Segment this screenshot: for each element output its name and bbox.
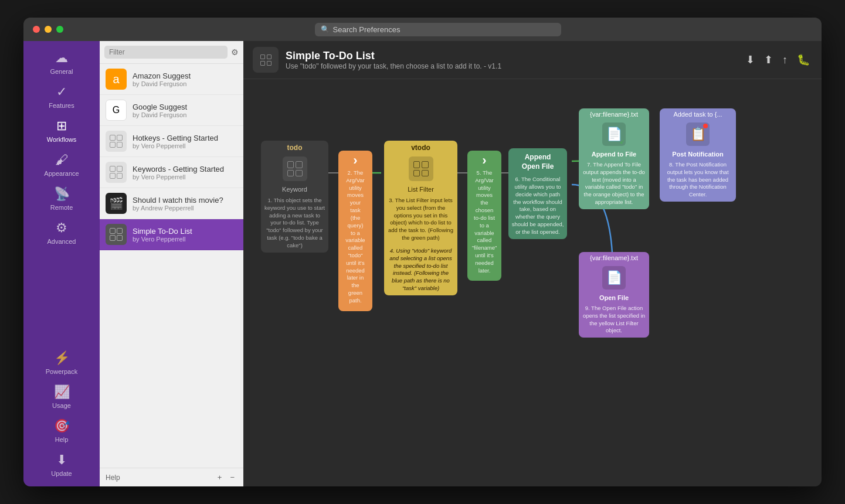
keyword-node-title: todo [285, 141, 305, 153]
argvar1-arrow-icon: › [353, 154, 357, 167]
cloud-icon: ☁ [55, 50, 68, 66]
remote-icon: 📡 [54, 186, 70, 202]
titlebar: 🔍 Search Preferences [23, 18, 822, 41]
sidebar-item-features[interactable]: ✓ Features [23, 80, 100, 114]
movie-icon: 🎬 [106, 193, 127, 214]
openfile-node-icon-wrap: 📄 [599, 263, 629, 293]
sidebar-item-general[interactable]: ☁ General [23, 46, 100, 80]
postnotif-node[interactable]: Added task to {... 📋 Post Notification 8… [660, 108, 736, 202]
debug-button[interactable]: 🐛 [795, 51, 812, 69]
appendfile-node-title: {var:filename}.txt [586, 108, 642, 119]
sidebar-item-usage[interactable]: 📈 Usage [23, 380, 100, 414]
listfilter-node-title: vtodo [409, 141, 433, 153]
grid-icon: ⊞ [56, 118, 67, 134]
workflow-icon [253, 47, 279, 73]
workflow-list-header: ⚙ [100, 41, 243, 64]
appendfile-label: Append to File [589, 149, 639, 159]
chart-icon: 📈 [54, 384, 70, 400]
main-window: 🔍 Search Preferences ☁ General ✓ Feature… [23, 18, 822, 486]
gear-icon[interactable]: ⚙ [231, 47, 239, 57]
sidebar-item-appearance[interactable]: 🖌 Appearance [23, 148, 100, 182]
keyword-node-icon-wrap [279, 153, 311, 185]
appendfile-node-annotation: 7. The Append To File output appends the… [579, 159, 649, 209]
postnotif-node-icon-wrap: 📋 [683, 119, 713, 149]
postnotif-label: Post Notification [670, 149, 725, 159]
sidebar: ☁ General ✓ Features ⊞ Workflows 🖌 Appea… [23, 41, 100, 486]
appendopen-node-title: AppendOpen File [518, 148, 558, 173]
sidebar-item-remote[interactable]: 📡 Remote [23, 182, 100, 216]
postnotif-node-annotation: 8. The Post Notification output lets you… [660, 159, 736, 202]
filter-input[interactable] [104, 46, 228, 59]
workflow-item-info: Hotkeys - Getting Started by Vero Pepper… [133, 134, 237, 149]
sidebar-item-advanced[interactable]: ⚙ Advanced [23, 216, 100, 250]
keyword-node[interactable]: todo Keyword 1. This object sets the key… [261, 141, 328, 253]
appendfile-node[interactable]: {var:filename}.txt 📄 ↙ Append to File 7.… [579, 108, 649, 209]
keyword-node-label: Keyword [280, 185, 310, 195]
paintbrush-icon: 🖌 [55, 152, 68, 168]
keywords-icon [106, 162, 127, 183]
traffic-lights [33, 26, 63, 33]
share-button[interactable]: ↑ [780, 52, 790, 69]
checkmark-icon: ✓ [56, 84, 67, 100]
remove-workflow-button[interactable]: − [227, 472, 237, 483]
import-button[interactable]: ⬇︎ [744, 51, 757, 69]
listfilter-node-annotation: 3. The List Filter input lets you select… [384, 195, 457, 245]
sidebar-item-help[interactable]: 🎯 Help [23, 414, 100, 448]
close-button[interactable] [33, 26, 40, 33]
workflow-canvas[interactable]: todo Keyword 1. This object sets the key… [243, 79, 822, 486]
listfilter-node[interactable]: vtodo List Filter 3. The List Filter inp… [384, 141, 457, 295]
argvar2-node-annotation: 5. The Arg/Var utility moves the chosen … [469, 167, 500, 277]
workflow-item-movie[interactable]: 🎬 Should I watch this movie? by Andrew P… [100, 188, 243, 219]
appendopen-node-annotation: 6. The Conditional utility allows you to… [508, 173, 567, 239]
argvar1-node-annotation: 2. The Arg/Var utility moves your task (… [342, 167, 369, 308]
maximize-button[interactable] [56, 26, 63, 33]
appendopen-node[interactable]: AppendOpen File 6. The Conditional utili… [508, 148, 567, 239]
workflow-item-info: Google Suggest by David Ferguson [133, 103, 237, 118]
workflow-item-hotkeys[interactable]: Hotkeys - Getting Started by Vero Pepper… [100, 126, 243, 157]
search-placeholder[interactable]: Search Preferences [333, 25, 401, 34]
hotkeys-icon [106, 131, 127, 152]
openfile-node-annotation: 9. The Open File action opens the list s… [579, 302, 649, 338]
add-workflow-button[interactable]: + [215, 472, 225, 483]
workflow-title-area: Simple To-Do List Use "todo" followed by… [286, 50, 744, 70]
workflow-item-keywords[interactable]: Keywords - Getting Started by Vero Peppe… [100, 157, 243, 188]
keyword-node-annotation: 1. This object sets the keyword you use … [261, 195, 328, 253]
workflow-item-info: Amazon Suggest by David Ferguson [133, 71, 237, 87]
workflow-list-items: a Amazon Suggest by David Ferguson G Goo… [100, 64, 243, 468]
search-wrap: 🔍 Search Preferences [315, 23, 561, 36]
sidebar-item-workflows[interactable]: ⊞ Workflows [23, 114, 100, 148]
search-bar: 🔍 Search Preferences [63, 23, 812, 36]
sliders-icon: ⚙ [56, 220, 67, 236]
appendfile-node-icon-wrap: 📄 ↙ [599, 119, 629, 149]
workflow-list-footer: Help + − [100, 468, 243, 486]
main-content: ☁ General ✓ Features ⊞ Workflows 🖌 Appea… [23, 41, 822, 486]
download-icon: ⬇ [56, 452, 67, 468]
argvar2-node[interactable]: › 5. The Arg/Var utility moves the chose… [467, 151, 501, 281]
listfilter-node-label: List Filter [405, 185, 436, 195]
workflow-item-todo[interactable]: Simple To-Do List by Vero Pepperrell [100, 219, 243, 250]
export-button[interactable]: ⬆︎ [762, 51, 775, 69]
openfile-node-title: {var:filename}.txt [586, 252, 642, 263]
argvar2-arrow-icon: › [482, 154, 486, 167]
openfile-label: Open File [597, 293, 631, 302]
workflow-actions: ⬇︎ ⬆︎ ↑ 🐛 [744, 51, 812, 69]
search-icon: 🔍 [321, 25, 330, 33]
bolt-icon: ⚡ [54, 350, 70, 366]
help-icon: 🎯 [54, 418, 70, 434]
openfile-node[interactable]: {var:filename}.txt 📄 Open File 9. The Op… [579, 252, 649, 338]
workflow-item-google[interactable]: G Google Suggest by David Ferguson [100, 95, 243, 126]
minimize-button[interactable] [45, 26, 52, 33]
argvar1-node[interactable]: › 2. The Arg/Var utility moves your task… [338, 151, 372, 311]
workflow-item-info: Simple To-Do List by Vero Pepperrell [133, 227, 237, 243]
sidebar-item-update[interactable]: ⬇ Update [23, 448, 100, 482]
amazon-icon: a [106, 69, 127, 90]
workflow-item-amazon[interactable]: a Amazon Suggest by David Ferguson [100, 64, 243, 95]
google-icon: G [106, 100, 127, 121]
canvas-inner: todo Keyword 1. This object sets the key… [255, 97, 822, 401]
workflow-item-info: Should I watch this movie? by Andrew Pep… [133, 196, 237, 212]
vtodo-annotation: 4. Using "vtodo" keyword and selecting a… [384, 245, 457, 295]
sidebar-item-powerpack[interactable]: ⚡ Powerpack [23, 346, 100, 380]
workflow-header: Simple To-Do List Use "todo" followed by… [243, 41, 822, 79]
footer-help-label[interactable]: Help [106, 474, 120, 482]
workflow-main: Simple To-Do List Use "todo" followed by… [243, 41, 822, 486]
